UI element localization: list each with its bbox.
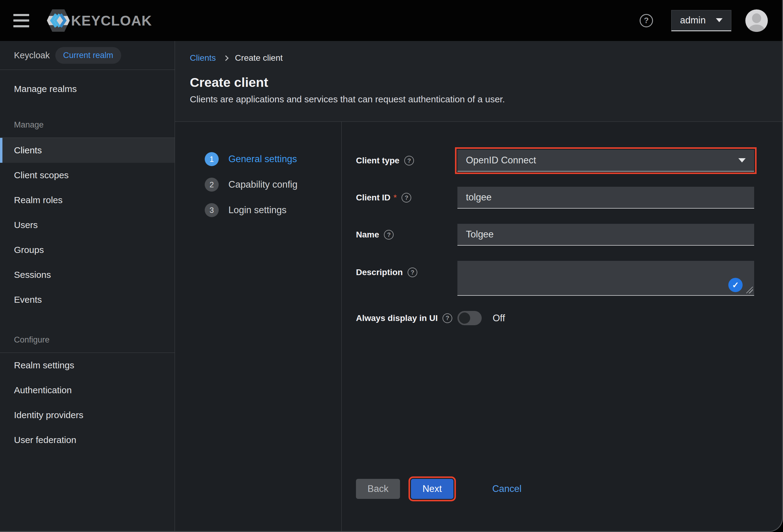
sidebar-item-identity-providers[interactable]: Identity providers xyxy=(0,403,175,428)
question-circle-icon[interactable] xyxy=(384,230,394,240)
question-circle-icon[interactable] xyxy=(404,156,414,165)
step-label: Capability config xyxy=(228,179,297,190)
page-subtitle: Clients are applications and services th… xyxy=(190,94,783,104)
header-right: ? admin xyxy=(640,9,768,32)
question-circle-icon[interactable] xyxy=(408,268,417,277)
sidebar-group-manage: Manage xyxy=(0,120,175,130)
sidebar-item-manage-realms[interactable]: Manage realms xyxy=(0,76,175,101)
client-id-row: Client ID * xyxy=(356,187,754,209)
sidebar-item-realm-roles[interactable]: Realm roles xyxy=(0,188,175,213)
step-label: Login settings xyxy=(228,205,286,216)
toggle-knob xyxy=(459,312,470,324)
required-asterisk: * xyxy=(394,193,397,202)
avatar[interactable] xyxy=(745,9,768,32)
sidebar-item-client-scopes[interactable]: Client scopes xyxy=(0,163,175,188)
cancel-link[interactable]: Cancel xyxy=(492,483,522,494)
current-realm-badge[interactable]: Current realm xyxy=(55,47,121,64)
breadcrumb-current: Create client xyxy=(235,53,283,63)
sidebar-item-clients[interactable]: Clients xyxy=(0,138,175,163)
client-type-value: OpenID Connect xyxy=(466,155,536,166)
caret-down-icon xyxy=(716,18,723,22)
wizard-nav: 1 General settings 2 Capability config 3… xyxy=(175,122,342,532)
page-title: Create client xyxy=(190,75,783,90)
sidebar-item-sessions[interactable]: Sessions xyxy=(0,262,175,287)
sidebar-nav: Keycloak Current realm Manage realms Man… xyxy=(0,41,175,532)
user-menu-dropdown[interactable]: admin xyxy=(671,10,731,31)
sidebar-item-realm-settings[interactable]: Realm settings xyxy=(0,353,175,378)
client-id-input[interactable] xyxy=(458,187,754,209)
keycloak-admin-console: KEYCLOAK ? admin Keycloak Current realm … xyxy=(0,0,783,532)
sidebar-item-authentication[interactable]: Authentication xyxy=(0,378,175,403)
realm-name: Keycloak xyxy=(14,51,50,60)
always-display-toggle[interactable] xyxy=(458,311,482,325)
top-header: KEYCLOAK ? admin xyxy=(0,0,783,41)
next-button[interactable]: Next xyxy=(411,479,453,499)
hamburger-menu-icon[interactable] xyxy=(13,14,29,27)
user-menu-label: admin xyxy=(680,15,706,26)
always-display-row: Always display in UI Off xyxy=(356,311,754,325)
description-label: Description xyxy=(356,268,403,277)
wizard-step-general-settings[interactable]: 1 General settings xyxy=(205,152,341,166)
description-row: Description ✓ xyxy=(356,261,754,296)
avatar-body-icon xyxy=(749,25,764,32)
step-number-badge: 3 xyxy=(205,203,219,217)
name-row: Name xyxy=(356,224,754,246)
always-display-label: Always display in UI xyxy=(356,313,438,323)
dropdown-caret-icon xyxy=(738,158,746,162)
sidebar-item-groups[interactable]: Groups xyxy=(0,238,175,262)
toggle-state-text: Off xyxy=(493,313,505,324)
breadcrumb-clients-link[interactable]: Clients xyxy=(190,53,216,63)
sidebar-item-users[interactable]: Users xyxy=(0,213,175,238)
question-circle-icon[interactable] xyxy=(402,193,411,202)
breadcrumb-chevron-icon xyxy=(223,55,228,61)
client-type-label: Client type xyxy=(356,156,399,165)
keycloak-logo: KEYCLOAK xyxy=(46,8,152,34)
client-id-label: Client ID xyxy=(356,193,390,202)
general-settings-form: Client type OpenID Connect Client xyxy=(342,122,783,532)
wizard-step-capability-config[interactable]: 2 Capability config xyxy=(205,178,341,192)
sidebar-group-configure: Configure xyxy=(0,335,175,345)
help-icon[interactable]: ? xyxy=(640,14,653,27)
realm-selector: Keycloak Current realm xyxy=(0,41,175,70)
avatar-head-icon xyxy=(752,13,761,23)
client-type-select[interactable]: OpenID Connect xyxy=(458,150,754,171)
step-label: General settings xyxy=(228,154,297,164)
page-header-section: Clients Create client Create client Clie… xyxy=(175,41,783,122)
description-textarea[interactable] xyxy=(458,261,754,296)
resize-handle-icon[interactable] xyxy=(746,287,753,293)
wizard-step-login-settings[interactable]: 3 Login settings xyxy=(205,203,341,217)
breadcrumb: Clients Create client xyxy=(190,53,783,63)
back-button[interactable]: Back xyxy=(356,479,400,499)
keycloak-hexagon-icon xyxy=(46,8,70,34)
question-circle-icon[interactable] xyxy=(442,313,452,323)
client-type-row: Client type OpenID Connect xyxy=(356,150,754,171)
brand-text: KEYCLOAK xyxy=(71,12,152,29)
name-label: Name xyxy=(356,230,379,240)
step-number-badge: 2 xyxy=(205,178,219,192)
name-input[interactable] xyxy=(458,224,754,246)
sidebar-item-user-federation[interactable]: User federation xyxy=(0,428,175,452)
sidebar-item-events[interactable]: Events xyxy=(0,287,175,312)
main-area: Clients Create client Create client Clie… xyxy=(175,41,783,532)
check-circle-icon[interactable]: ✓ xyxy=(728,278,743,292)
step-number-badge: 1 xyxy=(205,152,219,166)
wizard-actions: Back Next Cancel xyxy=(356,479,754,499)
